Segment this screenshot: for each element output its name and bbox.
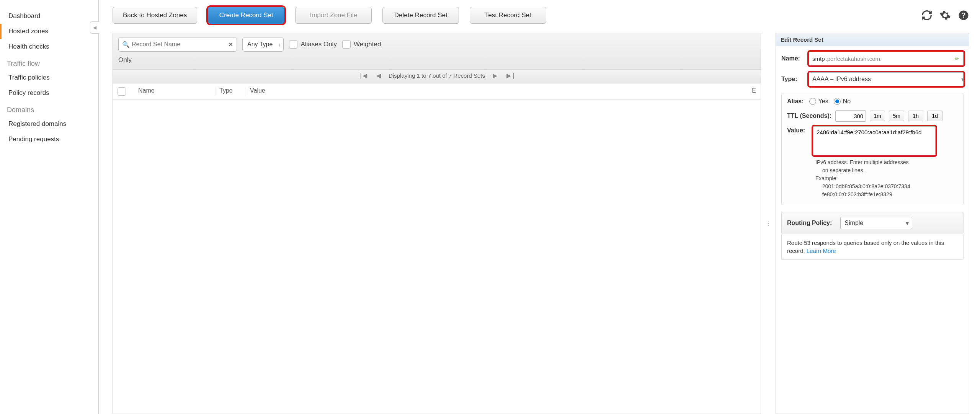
pager-next-icon[interactable]: ▶ — [491, 72, 499, 79]
clear-search-icon[interactable]: ✕ — [229, 41, 233, 47]
pager: ❘◀ ◀ Displaying 1 to 7 out of 7 Record S… — [113, 70, 761, 83]
alias-label: Alias: — [787, 98, 804, 105]
radio-label: No — [843, 98, 851, 105]
sidebar-section-traffic-flow: Traffic flow — [0, 54, 98, 70]
sidebar-collapse-button[interactable]: ◀ — [90, 21, 99, 34]
import-zone-file-button[interactable]: Import Zone File — [295, 7, 372, 24]
weighted-checkbox[interactable]: Weighted — [342, 40, 381, 49]
toolbar: Back to Hosted Zones Create Record Set I… — [113, 7, 969, 24]
filter-second-line: Only — [118, 56, 755, 64]
pager-text: Displaying 1 to 7 out of 7 Record Sets — [389, 72, 485, 79]
create-record-set-button[interactable]: Create Record Set — [208, 7, 284, 24]
value-help-text: IPv6 address. Enter multiple addresses o… — [787, 158, 958, 199]
sidebar-item-health-checks[interactable]: Health checks — [0, 39, 98, 54]
sidebar-item-label: Policy records — [8, 89, 49, 96]
pager-first-icon[interactable]: ❘◀ — [356, 72, 369, 79]
sidebar-item-dashboard[interactable]: Dashboard — [0, 8, 98, 24]
sidebar-item-traffic-policies[interactable]: Traffic policies — [0, 70, 98, 85]
alias-yes-radio[interactable]: Yes — [809, 98, 828, 105]
name-domain: .perfectakahashi.com. — [826, 55, 882, 62]
routing-policy-select[interactable]: Simple — [840, 217, 912, 229]
gear-icon[interactable] — [939, 10, 951, 21]
aliases-only-checkbox[interactable]: Aliases Only — [289, 40, 336, 49]
sidebar-item-registered-domains[interactable]: Registered domains — [0, 116, 98, 132]
sidebar-section-domains: Domains — [0, 101, 98, 116]
checkbox-label: Aliases Only — [301, 41, 336, 48]
radio-icon — [834, 98, 841, 105]
pager-last-icon[interactable]: ▶❘ — [505, 72, 518, 79]
alias-ttl-value-box: Alias: Yes No TTL (Seconds): 1m 5m 1h 1d — [781, 93, 964, 205]
sidebar-item-label: Hosted zones — [8, 28, 48, 35]
routing-policy-label: Routing Policy: — [787, 220, 832, 227]
checkbox-label: Weighted — [354, 41, 381, 48]
column-header-name[interactable]: Name — [135, 87, 216, 96]
type-label: Type: — [781, 76, 805, 83]
edit-record-set-panel: Edit Record Set Name: smtp .perfectakaha… — [776, 33, 969, 414]
alias-no-radio[interactable]: No — [834, 98, 851, 105]
sidebar: ◀ Dashboard Hosted zones Health checks T… — [0, 0, 99, 414]
sidebar-item-hosted-zones[interactable]: Hosted zones — [0, 24, 98, 39]
column-header-e[interactable]: E — [745, 87, 756, 96]
main-panel: Back to Hosted Zones Create Record Set I… — [99, 0, 980, 414]
routing-policy-description: Route 53 responds to queries based only … — [781, 234, 964, 260]
value-label: Value: — [787, 126, 807, 155]
column-header-type[interactable]: Type — [216, 87, 245, 96]
sidebar-item-label: Health checks — [8, 43, 49, 50]
sidebar-item-pending-requests[interactable]: Pending requests — [0, 132, 98, 147]
help-icon[interactable]: ? — [958, 10, 969, 21]
sidebar-item-label: Registered domains — [8, 120, 66, 127]
type-filter-value: Any Type — [247, 41, 273, 48]
panel-splitter[interactable] — [766, 33, 770, 414]
back-to-hosted-zones-button[interactable]: Back to Hosted Zones — [113, 7, 197, 24]
routing-policy-row: Routing Policy: Simple — [781, 212, 964, 234]
sidebar-item-label: Pending requests — [8, 135, 59, 143]
edit-panel-header: Edit Record Set — [776, 33, 969, 46]
table-header: Name Type Value E — [113, 83, 761, 100]
test-record-set-button[interactable]: Test Record Set — [470, 7, 546, 24]
pencil-icon: ✎ — [953, 55, 961, 62]
sidebar-item-policy-records[interactable]: Policy records — [0, 85, 98, 101]
learn-more-link[interactable]: Learn More — [807, 248, 836, 254]
search-icon: 🔍 — [122, 41, 130, 48]
value-textarea[interactable] — [813, 126, 936, 155]
table-body — [113, 100, 761, 414]
ttl-preset-1d[interactable]: 1d — [927, 111, 942, 121]
ttl-input[interactable] — [835, 110, 866, 122]
search-input[interactable] — [118, 37, 237, 52]
svg-text:?: ? — [962, 11, 966, 19]
radio-icon — [809, 98, 816, 105]
name-label: Name: — [781, 55, 805, 62]
ttl-label: TTL (Seconds): — [787, 112, 831, 119]
ttl-preset-1h[interactable]: 1h — [908, 111, 923, 121]
radio-label: Yes — [818, 98, 828, 105]
type-value: AAAA – IPv6 address — [812, 76, 871, 83]
checkbox-icon — [289, 40, 297, 49]
pager-prev-icon[interactable]: ◀ — [375, 72, 382, 79]
column-header-value[interactable]: Value — [245, 87, 745, 96]
select-all-checkbox[interactable] — [118, 87, 126, 96]
type-select[interactable]: AAAA – IPv6 address — [809, 72, 964, 86]
name-input[interactable]: smtp .perfectakahashi.com. ✎ — [809, 52, 964, 65]
delete-record-set-button[interactable]: Delete Record Set — [382, 7, 459, 24]
ttl-preset-1m[interactable]: 1m — [870, 111, 885, 121]
filter-bar: 🔍 ✕ Any Type Aliases Only Weighted Only — [113, 33, 761, 70]
sidebar-item-label: Traffic policies — [8, 74, 50, 81]
ttl-preset-5m[interactable]: 5m — [889, 111, 904, 121]
checkbox-icon — [342, 40, 351, 49]
refresh-icon[interactable] — [921, 10, 933, 21]
record-set-list-panel: 🔍 ✕ Any Type Aliases Only Weighted Only … — [113, 33, 761, 414]
name-value: smtp — [812, 55, 825, 62]
routing-policy-value: Simple — [844, 220, 863, 227]
sidebar-item-label: Dashboard — [8, 12, 40, 20]
type-filter-select[interactable]: Any Type — [242, 37, 284, 52]
